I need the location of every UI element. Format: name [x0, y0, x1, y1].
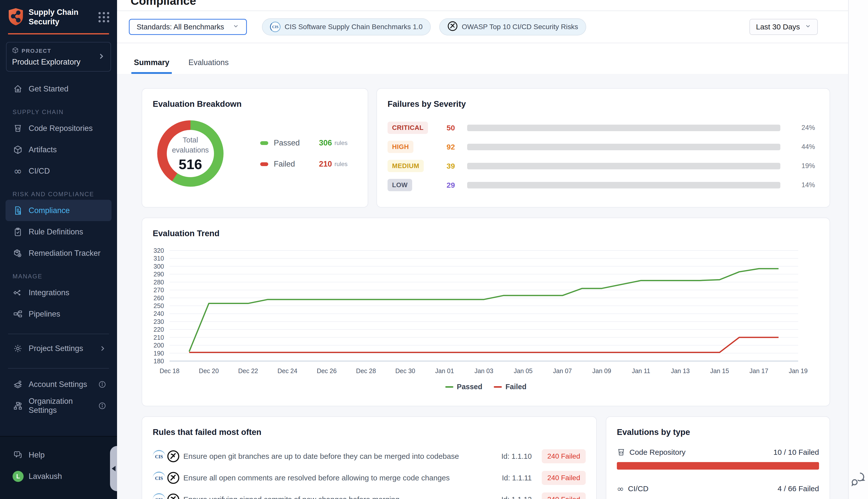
total-evaluations-value: 516 [178, 156, 202, 172]
severity-percent: 24% [791, 124, 815, 132]
date-range-dropdown[interactable]: Last 30 Days [749, 19, 818, 35]
cis-logo-icon: CIS [153, 472, 165, 484]
svg-text:Jan 03: Jan 03 [474, 367, 493, 374]
severity-row-critical: CRITICAL 50 24% [387, 122, 815, 134]
severity-row-low: LOW 29 14% [387, 179, 815, 191]
card-title: Evalutions by type [617, 427, 819, 437]
standards-filter-label: Standards: All Benchmarks [137, 23, 224, 31]
sidebar-item-get-started[interactable]: Get Started [0, 78, 117, 99]
app-logo-shield-icon [8, 8, 24, 27]
svg-text:250: 250 [153, 302, 164, 309]
sidebar-item-artifacts[interactable]: Artifacts [0, 139, 117, 160]
type-row-cicd: ∞ CI/CD 4 / 66 Failed [617, 484, 819, 499]
chip-cis-label: CIS Software Supply Chain Benchmarks 1.0 [285, 23, 422, 31]
chip-cis-benchmark[interactable]: CIS CIS Software Supply Chain Benchmarks… [262, 19, 431, 35]
svg-text:260: 260 [153, 294, 164, 302]
svg-text:290: 290 [153, 271, 164, 278]
sidebar-item-label: Compliance [29, 206, 70, 215]
owasp-logo-icon [447, 21, 458, 33]
rules-suffix: rules [335, 160, 348, 168]
sidebar-item-label: Project Settings [29, 344, 83, 353]
cis-logo-icon: CIS [270, 22, 281, 32]
sidebar-item-remediation-tracker[interactable]: Remediation Tracker [0, 242, 117, 264]
sidebar-item-project-settings[interactable]: Project Settings [0, 338, 117, 359]
integrations-icon [13, 288, 23, 298]
rule-row[interactable]: CIS Ensure all open comments are resolve… [153, 467, 586, 489]
svg-text:270: 270 [153, 287, 164, 293]
chip-owasp[interactable]: OWASP Top 10 CI/CD Security Risks [439, 19, 586, 35]
failed-value: 210 [319, 160, 332, 169]
severity-row-medium: MEDIUM 39 19% [387, 160, 815, 172]
svg-text:200: 200 [153, 342, 164, 349]
sidebar-item-integrations[interactable]: Integrations [0, 282, 117, 303]
svg-text:Jan 07: Jan 07 [553, 367, 572, 374]
chat-widget-icon[interactable] [850, 470, 866, 487]
total-evaluations-donut: Total evaluations 516 [153, 116, 228, 191]
rule-row[interactable]: CIS Ensure open git branches are up to d… [153, 446, 586, 467]
sidebar-item-account-settings[interactable]: Account Settings [0, 374, 117, 395]
gear-icon [13, 343, 23, 354]
sidebar-section-risk-compliance: RISK AND COMPLIANCE [0, 186, 117, 200]
svg-text:Dec 22: Dec 22 [238, 367, 258, 374]
type-rows: Code Repository 10 / 10 Failed ∞ CI/CD 4… [617, 448, 819, 499]
sidebar-item-pipelines[interactable]: Pipelines [0, 303, 117, 325]
severity-bar [467, 163, 780, 169]
rule-row[interactable]: CIS Ensure verifying signed commits of n… [153, 489, 586, 499]
chevron-right-icon [97, 52, 105, 61]
app-grid-icon[interactable] [98, 12, 110, 22]
chevron-down-icon [233, 23, 239, 31]
info-icon[interactable] [98, 381, 106, 388]
sidebar-item-rule-definitions[interactable]: Rule Definitions [0, 221, 117, 242]
severity-bar [467, 125, 780, 131]
sidebar-user[interactable]: L Lavakush [0, 465, 117, 487]
project-selector[interactable]: PROJECT Product Exploratory [6, 42, 111, 72]
svg-text:220: 220 [153, 326, 164, 333]
type-label: CI/CD [628, 484, 648, 493]
severity-badge: LOW [387, 179, 412, 191]
sidebar-item-label: Integrations [29, 288, 69, 297]
svg-text:240: 240 [153, 310, 164, 317]
svg-text:210: 210 [153, 334, 164, 341]
sidebar-collapse-handle[interactable] [110, 446, 117, 491]
rule-rows: CIS Ensure open git branches are up to d… [153, 446, 586, 499]
cis-logo-icon: CIS [153, 493, 165, 499]
svg-text:Dec 24: Dec 24 [277, 367, 297, 374]
card-title: Rules that failed most often [153, 427, 586, 437]
card-title: Evaluation Breakdown [153, 99, 357, 109]
legend-failed: Failed [494, 383, 526, 391]
svg-text:Dec 26: Dec 26 [317, 367, 337, 374]
severity-percent: 19% [791, 162, 815, 170]
divider [8, 334, 109, 334]
svg-text:310: 310 [153, 255, 164, 262]
standards-filter-dropdown[interactable]: Standards: All Benchmarks [129, 19, 247, 35]
failed-label: Failed [274, 160, 319, 169]
divider [8, 368, 109, 369]
chip-owasp-label: OWASP Top 10 CI/CD Security Risks [462, 23, 578, 31]
owasp-logo-icon [167, 493, 180, 499]
legend-failed-row: Failed 210 rules [260, 160, 348, 169]
project-name: Product Exploratory [12, 58, 105, 66]
svg-text:Jan 05: Jan 05 [513, 367, 532, 374]
severity-row-high: HIGH 92 44% [387, 141, 815, 153]
type-label: Code Repository [629, 448, 685, 457]
project-box-icon [12, 47, 18, 55]
tab-evaluations[interactable]: Evaluations [186, 58, 231, 74]
passed-swatch [260, 141, 268, 145]
svg-text:Jan 19: Jan 19 [789, 367, 807, 374]
evaluations-by-type-card: Evalutions by type Code Repository 10 / … [606, 416, 830, 499]
sidebar-item-compliance[interactable]: Compliance [5, 200, 112, 221]
info-icon[interactable] [98, 402, 106, 410]
chevron-down-icon [805, 23, 811, 31]
sidebar-item-code-repositories[interactable]: Code Repositories [0, 118, 117, 139]
right-gutter [848, 0, 868, 499]
sidebar-item-help[interactable]: ? Help [0, 444, 117, 465]
failed-count-badge: 240 Failed [542, 492, 586, 499]
rule-text: Ensure open git branches are up to date … [183, 452, 494, 461]
sidebar-item-organization-settings[interactable]: Organization Settings [0, 395, 117, 416]
card-title: Failures by Severity [387, 99, 815, 109]
tab-summary[interactable]: Summary [131, 58, 172, 74]
sidebar-nav: Get Started SUPPLY CHAIN Code Repositori… [0, 78, 117, 416]
sidebar-item-cicd[interactable]: ∞ CI/CD [0, 160, 117, 182]
compliance-document-icon [13, 205, 23, 216]
svg-text:Dec 30: Dec 30 [395, 367, 415, 374]
